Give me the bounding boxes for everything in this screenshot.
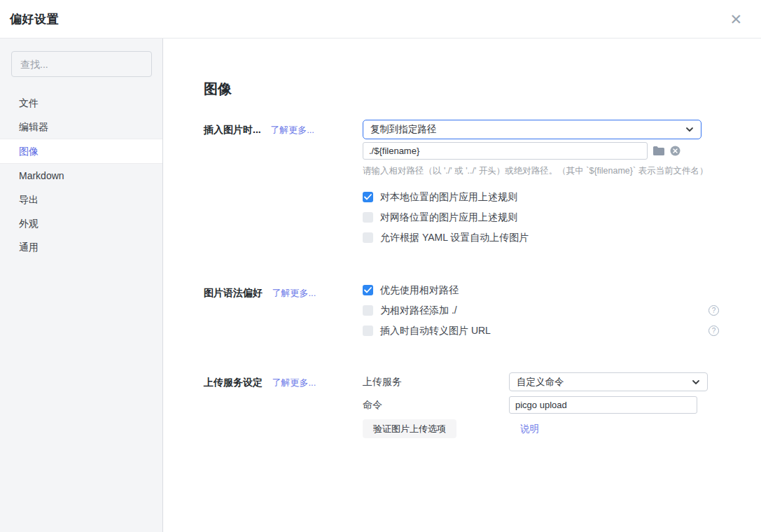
close-icon[interactable]: ✕ — [729, 12, 742, 27]
sidebar-item-file[interactable]: 文件 — [0, 91, 162, 115]
sidebar-item-markdown[interactable]: Markdown — [0, 164, 162, 188]
validate-row: 验证图片上传选项 说明 — [363, 419, 761, 438]
upload-service-row: 上传服务 自定义命令 — [363, 372, 761, 391]
sidebar-nav: 文件 编辑器 图像 Markdown 导出 外观 通用 — [0, 91, 162, 259]
command-field-label: 命令 — [363, 399, 509, 412]
checkbox-row-yaml-upload: 允许根据 YAML 设置自动上传图片 — [363, 232, 727, 244]
upload-service-selected-value: 自定义命令 — [517, 376, 564, 388]
command-input[interactable] — [509, 396, 697, 414]
path-hint-text: 请输入相对路径（以 './' 或 '../' 开头）或绝对路径。（其中 `${f… — [363, 165, 761, 177]
help-icon[interactable]: ? — [708, 305, 719, 316]
checkbox-label: 优先使用相对路径 — [380, 284, 459, 297]
page-title: 图像 — [204, 79, 761, 99]
sidebar-item-editor[interactable]: 编辑器 — [0, 115, 162, 139]
preferences-dialog: 偏好设置 ✕ 文件 编辑器 图像 Markdown 导出 外观 通用 图像 插入… — [0, 0, 761, 532]
sidebar-item-appearance[interactable]: 外观 — [0, 211, 162, 235]
dialog-header: 偏好设置 ✕ — [0, 0, 761, 38]
checkbox-row-apply-web: 对网络位置的图片应用上述规则 — [363, 211, 727, 223]
insert-image-label: 插入图片时... — [204, 124, 261, 135]
checkbox-apply-local[interactable] — [363, 192, 373, 202]
dialog-title: 偏好设置 — [10, 11, 59, 27]
settings-pane: 图像 插入图片时... 了解更多... 复制到指定路径 — [163, 38, 761, 532]
service-field-label: 上传服务 — [363, 376, 509, 388]
sidebar-item-export[interactable]: 导出 — [0, 188, 162, 211]
checkbox-label: 允许根据 YAML 设置自动上传图片 — [380, 232, 529, 244]
checkbox-label: 为相对路径添加 ./ — [380, 304, 457, 317]
copy-path-input[interactable] — [363, 142, 648, 160]
upload-help-link[interactable]: 说明 — [520, 423, 539, 435]
checkbox-row-escape-url: 插入时自动转义图片 URL ? — [363, 325, 727, 337]
folder-icon[interactable] — [653, 146, 664, 155]
upload-service-select[interactable]: 自定义命令 — [509, 372, 708, 391]
chevron-down-icon — [685, 125, 694, 134]
clear-path-icon[interactable] — [670, 146, 680, 156]
checkbox-apply-web[interactable] — [363, 212, 373, 223]
checkbox-yaml-upload[interactable] — [363, 232, 373, 243]
sidebar: 文件 编辑器 图像 Markdown 导出 外观 通用 — [0, 38, 163, 532]
insert-image-section: 插入图片时... 了解更多... 复制到指定路径 — [204, 120, 761, 252]
insert-action-selected-value: 复制到指定路径 — [370, 123, 437, 136]
image-syntax-label: 图片语法偏好 — [204, 287, 263, 298]
checkbox-add-dot-slash[interactable] — [363, 305, 373, 316]
checkbox-row-prefer-relative: 优先使用相对路径 — [363, 284, 727, 296]
validate-upload-button[interactable]: 验证图片上传选项 — [363, 419, 456, 438]
checkbox-row-add-dot-slash: 为相对路径添加 ./ ? — [363, 304, 727, 316]
upload-learn-more-link[interactable]: 了解更多... — [272, 377, 316, 388]
insert-learn-more-link[interactable]: 了解更多... — [270, 125, 314, 135]
command-row: 命令 — [363, 396, 761, 414]
checkbox-label: 插入时自动转义图片 URL — [380, 325, 491, 337]
checkbox-escape-url[interactable] — [363, 326, 373, 336]
sidebar-item-image[interactable]: 图像 — [0, 139, 162, 164]
help-icon[interactable]: ? — [708, 326, 719, 336]
checkbox-label: 对本地位置的图片应用上述规则 — [380, 191, 517, 204]
image-syntax-section: 图片语法偏好 了解更多... 优先使用相对路径 为相对路径添加 — [204, 283, 761, 345]
checkbox-label: 对网络位置的图片应用上述规则 — [380, 211, 517, 224]
insert-action-select[interactable]: 复制到指定路径 — [363, 120, 701, 139]
checkbox-prefer-relative[interactable] — [363, 285, 373, 295]
chevron-down-icon — [692, 378, 700, 386]
search-input[interactable] — [11, 51, 152, 77]
upload-service-section: 上传服务设定 了解更多... 上传服务 自定义命令 命令 — [204, 372, 761, 438]
sidebar-item-general[interactable]: 通用 — [0, 235, 162, 259]
syntax-learn-more-link[interactable]: 了解更多... — [272, 288, 316, 298]
upload-service-label: 上传服务设定 — [204, 377, 263, 388]
checkbox-row-apply-local: 对本地位置的图片应用上述规则 — [363, 191, 727, 203]
